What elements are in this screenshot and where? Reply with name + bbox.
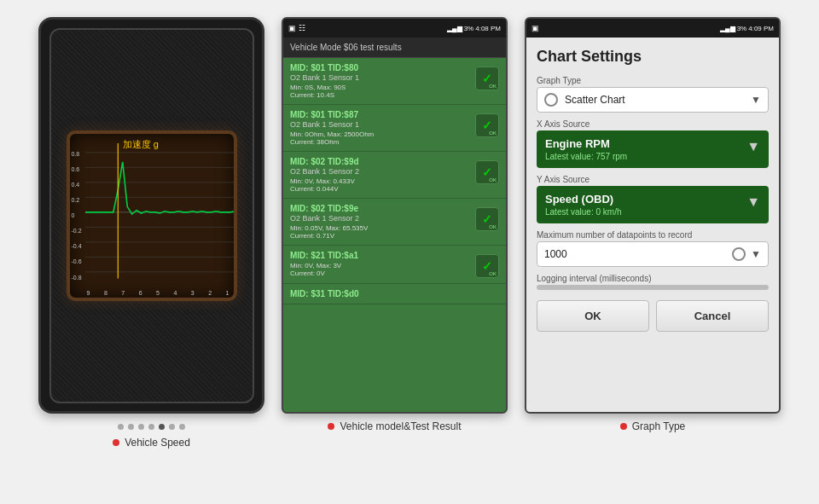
- mid-title-1: MID: $01 TID:$80: [290, 63, 470, 72]
- graph-container: 0.8 0.6 0.4 0.2 0 -0.2 -0.4 -0.6 -0.8: [67, 130, 237, 301]
- panel2-caption: Vehicle model&Test Result: [328, 420, 461, 432]
- ok-badge-5: ✓ OK: [475, 254, 499, 278]
- caption-dot-2: [328, 423, 334, 430]
- mid-title-2: MID: $01 TID:$87: [290, 110, 470, 119]
- signal-icon: ▣: [288, 24, 296, 32]
- graph-type-dropdown[interactable]: Scatter Chart ▼: [537, 87, 769, 113]
- max-points-dropdown[interactable]: 1000 ▼: [537, 241, 769, 267]
- graph-type-label: Graph Type: [537, 76, 769, 85]
- ok-button[interactable]: OK: [537, 300, 649, 332]
- dialog-buttons: OK Cancel: [537, 300, 769, 332]
- y-axis-labels: 0.8 0.6 0.4 0.2 0 -0.2 -0.4 -0.6 -0.8: [72, 151, 82, 281]
- graph-type-value: Scatter Chart: [565, 94, 751, 106]
- clock: 4:08 PM: [475, 25, 501, 32]
- y-axis-section: Y Axis Source Speed (OBD) Latest value: …: [537, 175, 769, 223]
- y-axis-sub: Latest value: 0 km/h: [545, 207, 622, 217]
- dot-6: [169, 424, 175, 430]
- panel2-content: MID: $01 TID:$80 O2 Bank 1 Sensor 1 Min:…: [283, 58, 506, 412]
- dot-3: [138, 424, 144, 430]
- logging-slider[interactable]: [537, 285, 769, 290]
- y-axis-dropdown[interactable]: Speed (OBD) Latest value: 0 km/h ▼: [537, 186, 769, 223]
- x-axis-sub: Latest value: 757 rpm: [545, 152, 627, 161]
- y-axis-value: Speed (OBD): [545, 193, 622, 206]
- panel1-wrapper: 0.8 0.6 0.4 0.2 0 -0.2 -0.4 -0.6 -0.8: [38, 17, 264, 449]
- panel3-caption-text: Graph Type: [632, 420, 685, 432]
- panel2-wrapper: ▣ ☷ ▂▄▆ 3% 4:08 PM Vehicle Mode $06 test…: [282, 17, 508, 432]
- dot-1: [118, 424, 124, 430]
- chevron-down-icon: ▼: [751, 94, 761, 106]
- panel2-header: Vehicle Mode $06 test results: [283, 38, 506, 58]
- max-points-section: Maximum number of datapoints to record 1…: [537, 230, 769, 267]
- carbon-background: 0.8 0.6 0.4 0.2 0 -0.2 -0.4 -0.6 -0.8: [49, 28, 254, 403]
- mid-title-5: MID: $21 TID:$a1: [290, 251, 470, 260]
- radio-button[interactable]: [544, 93, 558, 107]
- panel2-status-bar: ▣ ☷ ▂▄▆ 3% 4:08 PM: [283, 19, 506, 38]
- mid-title-4: MID: $02 TID:$9e: [290, 204, 470, 213]
- dot-7: [179, 424, 185, 430]
- chart-settings-title: Chart Settings: [537, 48, 769, 66]
- panel3-status-right: ▂▄▆ 3% 4:09 PM: [720, 25, 774, 32]
- panel1-frame: 0.8 0.6 0.4 0.2 0 -0.2 -0.4 -0.6 -0.8: [38, 17, 264, 414]
- max-points-label: Maximum number of datapoints to record: [537, 230, 769, 240]
- mid-subtitle-4: O2 Bank 1 Sensor 2: [290, 214, 470, 223]
- dot-5-active: [159, 424, 165, 430]
- status-bar-right: ▂▄▆ 3% 4:08 PM: [447, 25, 501, 32]
- caption-dot-3: [620, 423, 627, 430]
- mid-item-4: MID: $02 TID:$9e O2 Bank 1 Sensor 2 Min:…: [283, 199, 506, 246]
- battery-pct: 3%: [464, 25, 474, 32]
- p3-battery-pct: 3%: [737, 25, 747, 32]
- panel3-wrapper: ▣ ▂▄▆ 3% 4:09 PM Chart Settings Graph Ty…: [525, 17, 781, 432]
- panel2-frame: ▣ ☷ ▂▄▆ 3% 4:08 PM Vehicle Mode $06 test…: [282, 17, 508, 414]
- ok-badge-1: ✓ OK: [475, 67, 499, 90]
- mid-values-3: Min: 0V, Max: 0.433VCurrent: 0.044V: [290, 177, 470, 193]
- mid-values-5: Min: 0V, Max: 3VCurrent: 0V: [290, 262, 470, 277]
- logging-section: Logging interval (milliseconds): [537, 274, 769, 290]
- panel2-caption-text: Vehicle model&Test Result: [340, 420, 461, 432]
- graph-type-section: Graph Type Scatter Chart ▼: [537, 76, 769, 113]
- y-axis-chevron-icon: ▼: [746, 194, 760, 210]
- caption-dot-1: [113, 439, 119, 446]
- signal-bars: ▂▄▆: [447, 25, 462, 32]
- panel3-status-bar: ▣ ▂▄▆ 3% 4:09 PM: [526, 19, 779, 38]
- mid-values-1: Min: 0S, Max: 90SCurrent: 10.4S: [290, 84, 470, 99]
- mid-subtitle-1: O2 Bank 1 Sensor 1: [290, 73, 470, 82]
- ok-badge-2: ✓ OK: [475, 113, 499, 137]
- x-axis-label: X Axis Source: [537, 119, 769, 129]
- dot-4: [148, 424, 154, 430]
- dot-2: [128, 424, 134, 430]
- cancel-button[interactable]: Cancel: [656, 300, 769, 332]
- mid-subtitle-3: O2 Bank 1 Sensor 2: [290, 167, 470, 176]
- y-axis-label: Y Axis Source: [537, 175, 769, 184]
- x-axis-dropdown[interactable]: Engine RPM Latest value: 757 rpm ▼: [537, 130, 769, 168]
- panel3-frame: ▣ ▂▄▆ 3% 4:09 PM Chart Settings Graph Ty…: [525, 17, 781, 414]
- graph-inner: 0.8 0.6 0.4 0.2 0 -0.2 -0.4 -0.6 -0.8: [70, 134, 234, 298]
- panel3-content: Chart Settings Graph Type Scatter Chart …: [526, 38, 779, 412]
- mid-item-2: MID: $01 TID:$87 O2 Bank 1 Sensor 1 Min:…: [283, 105, 506, 152]
- max-points-chevron-icon: ▼: [751, 248, 761, 260]
- p3-signal-bars: ▂▄▆: [720, 25, 735, 32]
- p3-signal-icon: ▣: [531, 24, 539, 32]
- x-axis-labels: 9 8 7 6 5 4 3 2 1: [87, 290, 229, 296]
- logging-label: Logging interval (milliseconds): [537, 274, 769, 283]
- mid-item-5: MID: $21 TID:$a1 Min: 0V, Max: 3VCurrent…: [283, 246, 506, 284]
- x-axis-value: Engine RPM: [545, 137, 627, 150]
- mid-subtitle-2: O2 Bank 1 Sensor 1: [290, 120, 470, 129]
- ok-badge-4: ✓ OK: [475, 207, 499, 231]
- status-bar-left: ▣ ☷: [288, 24, 305, 32]
- mid-title-3: MID: $02 TID:$9d: [290, 157, 470, 166]
- panel3-caption: Graph Type: [620, 420, 685, 432]
- x-axis-chevron-icon: ▼: [746, 139, 760, 154]
- ok-badge-3: ✓ OK: [475, 160, 499, 184]
- mid-title-6: MID: $31 TID:$d0: [290, 289, 499, 298]
- panel1-caption-text: Vehicle Speed: [125, 437, 190, 449]
- wifi-icon: ☷: [299, 24, 305, 32]
- panel3-status-left: ▣: [531, 24, 539, 32]
- max-points-radio[interactable]: [732, 247, 746, 261]
- x-axis-section: X Axis Source Engine RPM Latest value: 7…: [537, 119, 769, 168]
- panel2-header-text: Vehicle Mode $06 test results: [290, 43, 402, 52]
- main-container: 0.8 0.6 0.4 0.2 0 -0.2 -0.4 -0.6 -0.8: [0, 0, 819, 504]
- p3-clock: 4:09 PM: [748, 25, 774, 32]
- mid-values-4: Min: 0.05V, Max: 65.535VCurrent: 0.71V: [290, 224, 470, 240]
- mid-item-3: MID: $02 TID:$9d O2 Bank 1 Sensor 2 Min:…: [283, 152, 506, 199]
- mid-item-6: MID: $31 TID:$d0: [283, 284, 506, 304]
